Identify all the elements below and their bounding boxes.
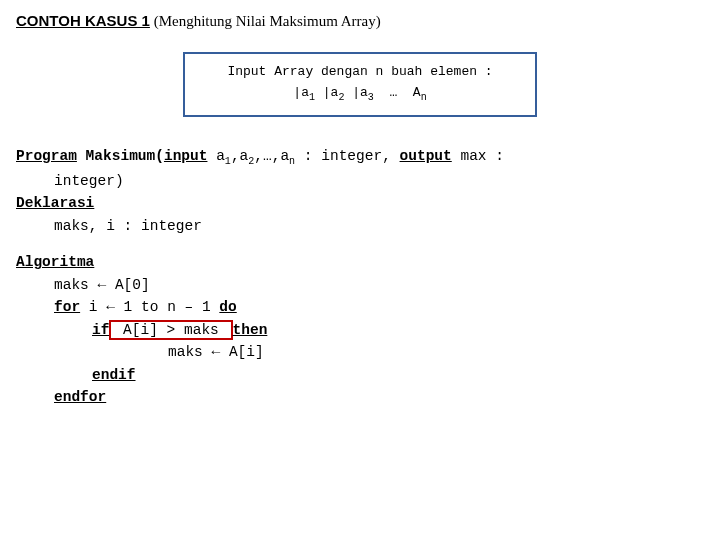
- arrow-icon: ←: [212, 344, 221, 360]
- line-deklarasi: Deklarasi: [16, 192, 704, 214]
- line-decl: maks, i : integer: [16, 215, 704, 237]
- kw-then: then: [233, 322, 268, 338]
- kw-endif: endif: [92, 367, 136, 383]
- page-title: CONTOH KASUS 1 (Menghitung Nilai Maksimu…: [16, 12, 704, 30]
- kw-algoritma: Algoritma: [16, 254, 94, 270]
- input-array-box: Input Array dengan n buah elemen : |a1 |…: [183, 52, 537, 117]
- line-program-2: integer): [16, 170, 704, 192]
- kw-deklarasi: Deklarasi: [16, 195, 94, 211]
- line-program: Program Maksimum(input a1,a2,…,an : inte…: [16, 145, 704, 169]
- kw-input: input: [164, 148, 208, 164]
- line-body: maks ← A[i]: [16, 341, 704, 363]
- highlight-condition: A[i] > maks: [109, 320, 232, 340]
- line-endif: endif: [16, 364, 704, 386]
- title-rest: (Menghitung Nilai Maksimum Array): [150, 13, 381, 29]
- title-bold: CONTOH KASUS 1: [16, 12, 150, 29]
- kw-if: if: [92, 322, 109, 338]
- kw-endfor: endfor: [54, 389, 106, 405]
- input-box-caption: Input Array dengan n buah elemen :: [195, 62, 525, 83]
- pseudocode-block: Program Maksimum(input a1,a2,…,an : inte…: [16, 145, 704, 408]
- kw-for: for: [54, 299, 80, 315]
- kw-do: do: [219, 299, 236, 315]
- kw-program: Program: [16, 148, 77, 164]
- line-if: if A[i] > maks then: [16, 319, 704, 341]
- line-assign-maks: maks ← A[0]: [16, 274, 704, 296]
- input-box-array: |a1 |a2 |a3 … An: [195, 83, 525, 106]
- line-endfor: endfor: [16, 386, 704, 408]
- kw-output: output: [400, 148, 452, 164]
- line-algoritma: Algoritma: [16, 251, 704, 273]
- arrow-icon: ←: [98, 277, 107, 293]
- arrow-icon: ←: [106, 299, 115, 315]
- line-for: for i ← 1 to n – 1 do: [16, 296, 704, 318]
